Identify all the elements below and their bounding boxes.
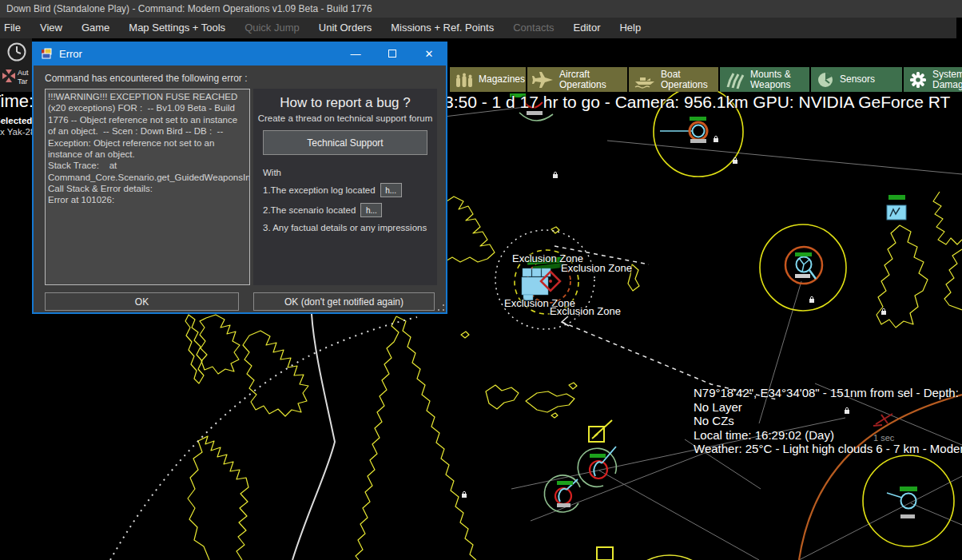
selected-unit-label: x Yak-28 bbox=[0, 127, 35, 137]
cursor-info-block: N79°18'42", E34°34'08" - 151nm from sel … bbox=[694, 386, 962, 456]
maximize-button[interactable] bbox=[374, 42, 411, 66]
technical-support-button[interactable]: Technical Support bbox=[263, 130, 427, 155]
report-subheading: Create a thread on technical support for… bbox=[253, 113, 437, 123]
selected-label: Selected: bbox=[0, 116, 35, 125]
unit-symbol-contact-east[interactable] bbox=[760, 224, 846, 311]
toolbar-button-magazines[interactable]: Magazines bbox=[450, 67, 526, 92]
menu-file[interactable]: File bbox=[0, 18, 30, 38]
exclusion-zone-label: Exclusion Zone bbox=[550, 305, 621, 317]
unit-symbol-surface-box[interactable] bbox=[887, 195, 906, 220]
map-boundary-line bbox=[292, 314, 335, 560]
cursor-local-time: Local time: 16:29:02 (Day) bbox=[694, 428, 962, 443]
aircraft-icon bbox=[532, 70, 555, 89]
report-with-label: With bbox=[263, 168, 437, 177]
unit-symbol-aircraft-hostile-1[interactable] bbox=[578, 447, 616, 487]
exception-log-link-button[interactable]: h... bbox=[380, 183, 402, 197]
auto-target-label-2: Tar bbox=[18, 77, 28, 85]
mounts-weapons-icon bbox=[725, 70, 745, 89]
report-item-1: 1.The exception log located bbox=[263, 185, 376, 195]
auto-target-label-1: Aut bbox=[18, 69, 29, 77]
menubar: File View Game Map Settings + Tools Quic… bbox=[0, 18, 956, 38]
unit-toolbar: Magazines AircraftOperations BoatOperati… bbox=[450, 67, 962, 92]
menu-contacts[interactable]: Contacts bbox=[503, 18, 563, 38]
toolbar-button-boat-operations[interactable]: BoatOperations bbox=[629, 67, 718, 92]
app-form-icon bbox=[40, 47, 53, 60]
error-dialog-titlebar[interactable]: Error — ✕ bbox=[32, 42, 447, 66]
auto-target-icon[interactable] bbox=[1, 67, 17, 86]
report-item-3: 3. Any factual details or any impression… bbox=[263, 223, 427, 232]
error-dialog-title: Error bbox=[59, 48, 82, 60]
window-title: Down Bird (Standalone Play) - Command: M… bbox=[6, 3, 372, 14]
left-toolbar-strip: Aut Tar bbox=[0, 38, 32, 92]
cursor-weather: Weather: 25°C - Light high clouds 6 - 7 … bbox=[694, 442, 962, 456]
window-titlebar: Down Bird (Standalone Play) - Command: M… bbox=[0, 0, 962, 18]
exclusion-zone-label: Exclusion Zone bbox=[561, 262, 632, 274]
sensors-icon bbox=[816, 71, 835, 89]
system-damage-icon bbox=[908, 70, 928, 89]
menu-help[interactable]: Help bbox=[610, 18, 650, 38]
time-compression-label: 1 sec bbox=[873, 433, 894, 443]
datalink-lines bbox=[444, 106, 962, 560]
cursor-czs: No CZs bbox=[694, 414, 962, 428]
boat-icon bbox=[634, 71, 656, 89]
toolbar-button-sensors[interactable]: Sensors bbox=[811, 67, 902, 92]
toolbar-button-mounts-weapons[interactable]: Mounts &Weapons bbox=[720, 67, 809, 92]
bug-report-panel: How to report a bug ? Create a thread on… bbox=[253, 89, 437, 285]
report-heading: How to report a bug ? bbox=[253, 95, 437, 111]
sim-status-line: 3:50 - 1 d 17 hr to go - Camera: 956.1km… bbox=[444, 93, 950, 112]
minimize-button[interactable]: — bbox=[337, 42, 374, 66]
app-window: 3:50 - 1 d 17 hr to go - Camera: 956.1km… bbox=[0, 0, 962, 560]
menu-map-settings-tools[interactable]: Map Settings + Tools bbox=[119, 18, 235, 38]
range-arc-dotted bbox=[110, 317, 417, 560]
error-text-box[interactable]: !!!WARNING!!! EXCEPTION FUSE REACHED (x2… bbox=[45, 89, 250, 285]
menu-quick-jump[interactable]: Quick Jump bbox=[235, 18, 309, 38]
toolbar-button-aircraft-operations[interactable]: AircraftOperations bbox=[527, 67, 627, 92]
unit-symbol-aircraft-hostile-2[interactable] bbox=[544, 475, 580, 512]
menu-game[interactable]: Game bbox=[72, 18, 119, 38]
error-dialog: Error — ✕ Command has encountered the fo… bbox=[32, 42, 447, 314]
time-label: Time: bbox=[0, 91, 34, 112]
cursor-layer: No Layer bbox=[694, 400, 962, 415]
error-message-label: Command has encountered the following er… bbox=[45, 73, 247, 84]
menu-missions-ref-points[interactable]: Missions + Ref. Points bbox=[381, 18, 503, 38]
airfield-buildings bbox=[522, 268, 551, 300]
cursor-coords: N79°18'42", E34°34'08" - 151nm from sel … bbox=[694, 386, 962, 400]
report-item-2: 2.The scenario located bbox=[263, 205, 356, 215]
toolbar-button-system-damage[interactable]: SystemDamage bbox=[904, 67, 962, 92]
resize-grip[interactable] bbox=[438, 304, 444, 311]
menu-view[interactable]: View bbox=[30, 18, 72, 38]
scenario-link-button[interactable]: h... bbox=[360, 203, 382, 217]
range-ring-bottom bbox=[620, 555, 719, 560]
magazines-icon bbox=[455, 71, 474, 89]
menu-unit-orders[interactable]: Unit Orders bbox=[309, 18, 381, 38]
clock-icon[interactable] bbox=[3, 40, 30, 64]
menu-editor[interactable]: Editor bbox=[564, 18, 610, 38]
close-button[interactable]: ✕ bbox=[411, 42, 447, 66]
ok-button[interactable]: OK bbox=[45, 292, 239, 311]
ok-silent-button[interactable]: OK (don't get notified again) bbox=[253, 292, 435, 311]
unit-symbol-ship-southeast[interactable] bbox=[863, 455, 954, 546]
